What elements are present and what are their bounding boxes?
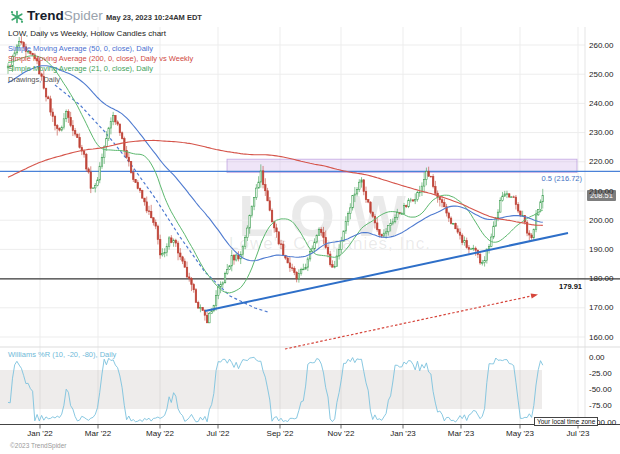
- time-axis-label: May '23: [506, 429, 534, 438]
- oscillator-axis-label: -25.00: [589, 369, 612, 378]
- time-axis-label: Jul '22: [207, 429, 230, 438]
- williams-r-legend[interactable]: Williams %R (10, -20, -80), Daily: [8, 350, 116, 359]
- price-axis-label: 230.00: [589, 128, 613, 137]
- oscillator-axis-label: -50.00: [589, 385, 612, 394]
- brand-wordmark[interactable]: TrendSpider: [27, 8, 103, 23]
- price-axis-label: 220.00: [589, 157, 613, 166]
- trendspider-chart-window: LOW Lowe's Companies, Inc. TrendSpider M…: [0, 0, 620, 454]
- time-axis-label: Nov '22: [328, 429, 355, 438]
- chart-title[interactable]: LOW, Daily vs Weekly, Hollow Candles cha…: [8, 29, 166, 38]
- price-axis-label: 260.00: [589, 41, 613, 50]
- time-axis-label: May '22: [146, 429, 174, 438]
- timezone-badge[interactable]: Your local time zone: [534, 417, 598, 426]
- oscillator-axis-label: -75.00: [589, 401, 612, 410]
- time-axis-label: Mar '23: [448, 429, 474, 438]
- time-axis-label: Sep '22: [267, 429, 294, 438]
- price-axis-label: 170.00: [589, 303, 613, 312]
- chart-timestamp: May 23, 2023 10:24AM EDT: [106, 13, 202, 22]
- legend-sma200[interactable]: Simple Moving Average (200, 0, close), D…: [8, 54, 193, 63]
- price-axis-label: 190.00: [589, 245, 613, 254]
- time-axis-label: Jan '22: [27, 429, 53, 438]
- trendspider-logo-icon: [9, 9, 25, 25]
- time-axis-label: Jul '23: [567, 429, 590, 438]
- price-axis-label: 200.00: [589, 216, 613, 225]
- price-axis-label: 240.00: [589, 99, 613, 108]
- legend-sma50[interactable]: Simple Moving Average (50, 0, close), Da…: [8, 44, 153, 53]
- price-axis-label: 180.00: [589, 274, 613, 283]
- time-axis-label: Jan '23: [390, 429, 416, 438]
- price-axis-label: 210.00: [589, 187, 613, 196]
- price-axis-label: 250.00: [589, 70, 613, 79]
- time-axis-label: Mar '22: [85, 429, 111, 438]
- brand-trend: Trend: [27, 8, 64, 23]
- legend-sma21[interactable]: Simple Moving Average (21, 0, close), Da…: [8, 64, 153, 73]
- oscillator-axis-label: 0.00: [589, 353, 605, 362]
- fib-level-label[interactable]: 0.5 (216.72): [542, 174, 582, 183]
- brand-spider: Spider: [64, 8, 103, 23]
- support-level-label[interactable]: 179.91: [559, 282, 582, 291]
- legend-drawings[interactable]: Drawings, Daily: [8, 75, 60, 84]
- price-axis-label: 160.00: [589, 333, 613, 342]
- copyright-note: ©2023 TrendSpider: [10, 442, 66, 449]
